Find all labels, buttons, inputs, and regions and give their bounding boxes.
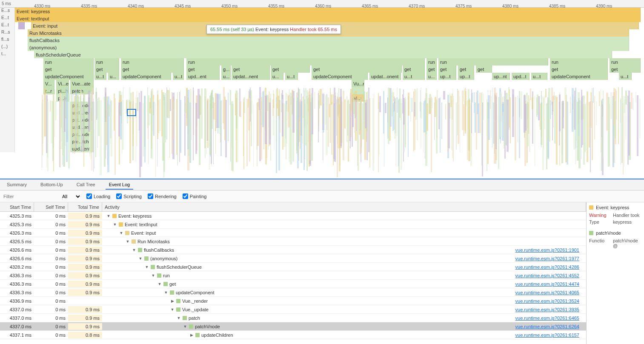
table-row[interactable]: 4336.3 ms0 ms0.9 ms▼updateComponentvue.r…: [0, 288, 586, 297]
disclosure-triangle-icon[interactable]: ▼: [177, 316, 181, 320]
flame-chart[interactable]: 65.55 ms (self 33 µs) Event: keypress Ha…: [0, 8, 644, 179]
source-link[interactable]: vue.runtime.esm.js?0261:3935: [515, 307, 584, 312]
disclosure-triangle-icon[interactable]: ▼: [119, 231, 123, 235]
source-link[interactable]: vue.runtime.esm.js?0261:6264: [515, 324, 584, 329]
tab-summary[interactable]: Summary: [3, 180, 30, 190]
flame-block[interactable]: u...: [426, 73, 437, 80]
flame-block[interactable]: run: [438, 58, 548, 65]
source-link[interactable]: vue.runtime.esm.js?0261:1977: [515, 256, 584, 261]
table-row[interactable]: 4336.3 ms0 ms0.9 ms▼runvue.runtime.esm.j…: [0, 271, 586, 280]
flame-block[interactable]: [18, 22, 25, 29]
flame-block[interactable]: Vue...ate: [70, 80, 94, 87]
disclosure-triangle-icon[interactable]: ▼: [164, 290, 168, 295]
flame-block[interactable]: u...t: [403, 73, 425, 80]
filter-category-select[interactable]: All: [59, 193, 81, 200]
table-row[interactable]: 4325.3 ms0 ms0.9 ms▼Event: textInput: [0, 220, 586, 229]
source-link[interactable]: vue.runtime.esm.js?0261:4474: [515, 281, 584, 287]
flame-block[interactable]: upd...t: [512, 73, 530, 80]
th-total-time[interactable]: Total Time: [68, 202, 102, 211]
table-row[interactable]: 4337.0 ms0 ms0.9 ms▼patchVnodevue.runtim…: [0, 322, 586, 331]
flame-block[interactable]: u...t: [94, 73, 106, 80]
disclosure-triangle-icon[interactable]: ▼: [151, 273, 155, 278]
flame-block[interactable]: get: [94, 65, 119, 73]
flame-block[interactable]: run: [43, 58, 94, 65]
flame-block[interactable]: run: [94, 58, 119, 65]
table-row[interactable]: 4326.6 ms0 ms0.9 ms▼(anonymous)vue.runti…: [0, 254, 586, 263]
flame-block[interactable]: get: [550, 65, 608, 73]
disclosure-triangle-icon[interactable]: ▶: [170, 299, 175, 303]
flame-block[interactable]: get: [186, 65, 220, 73]
table-row[interactable]: 4336.3 ms0 ms0.9 ms▼getvue.runtime.esm.j…: [0, 280, 586, 288]
tab-event-log[interactable]: Event Log: [106, 180, 134, 190]
flame-block[interactable]: run: [426, 58, 437, 65]
disclosure-triangle-icon[interactable]: ▼: [138, 256, 143, 261]
disclosure-triangle-icon[interactable]: ▼: [170, 307, 175, 312]
timeline-ruler[interactable]: 5 ms 4330 ms4335 ms4340 ms4345 ms4350 ms…: [0, 0, 644, 8]
flame-block[interactable]: up...t: [458, 73, 474, 80]
source-link[interactable]: vue.runtime.esm.js?0261:4065: [515, 290, 584, 295]
flame-block[interactable]: upd...ent: [186, 73, 220, 80]
flame-block[interactable]: get: [438, 65, 456, 73]
flame-block[interactable]: get: [426, 65, 437, 73]
table-row[interactable]: 4326.3 ms0 ms0.9 ms▼Event: input: [0, 229, 586, 237]
table-row[interactable]: 4337.0 ms0 ms0.9 ms▼Vue._updatevue.runti…: [0, 305, 586, 314]
table-row[interactable]: 4326.6 ms0 ms0.9 ms▼flushCallbacksvue.ru…: [0, 246, 586, 254]
flame-block[interactable]: up...t: [438, 73, 456, 80]
filter-checkbox-loading[interactable]: Loading: [86, 193, 110, 199]
source-link[interactable]: vue.runtime.esm.js?0261:6465: [515, 316, 584, 321]
disclosure-triangle-icon[interactable]: ▼: [157, 282, 162, 286]
flame-block[interactable]: u...: [271, 73, 283, 80]
flame-block[interactable]: get: [121, 65, 184, 73]
flame-block[interactable]: u...: [108, 73, 119, 80]
flame-block[interactable]: up...nt: [492, 73, 510, 80]
table-row[interactable]: 4336.9 ms0 ms▶Vue._rendervue.runtime.esm…: [0, 297, 586, 305]
flame-block[interactable]: get: [476, 65, 492, 73]
flame-block[interactable]: get: [458, 65, 474, 73]
th-self-time[interactable]: Self Time: [34, 202, 68, 211]
source-link[interactable]: vue.runtime.esm.js?0261:3524: [515, 299, 584, 304]
flame-block[interactable]: run: [186, 58, 425, 65]
flame-block[interactable]: Vi...e: [56, 80, 69, 87]
flame-block[interactable]: get: [43, 65, 94, 73]
table-row[interactable]: 4326.5 ms0 ms0.9 ms▼Run Microtasks: [0, 237, 586, 246]
flame-block[interactable]: V...: [43, 80, 54, 87]
event-log-table[interactable]: Start Time Self Time Total Time Activity…: [0, 202, 587, 344]
source-link[interactable]: vue.runtime.esm.js?0261:4552: [515, 273, 584, 278]
flame-block[interactable]: Event: keypress: [15, 8, 641, 15]
disclosure-triangle-icon[interactable]: ▼: [113, 222, 117, 227]
flame-block[interactable]: run: [550, 58, 608, 65]
flame-block[interactable]: run: [121, 58, 184, 65]
filter-input[interactable]: [3, 193, 54, 200]
flame-block[interactable]: get: [271, 65, 310, 73]
table-row[interactable]: 4328.2 ms0 ms0.9 ms▼flushSchedulerQueuev…: [0, 263, 586, 271]
th-start-time[interactable]: Start Time: [0, 202, 34, 211]
flame-block[interactable]: updateComponent: [550, 73, 608, 80]
flame-block[interactable]: updateComponent: [312, 73, 368, 80]
disclosure-triangle-icon[interactable]: ▼: [126, 239, 130, 244]
th-activity[interactable]: Activity: [102, 202, 586, 211]
disclosure-triangle-icon[interactable]: ▼: [183, 324, 187, 329]
source-link[interactable]: vue.runtime.esm.js?0261:6157: [515, 333, 584, 338]
flame-block[interactable]: Vu...r: [352, 80, 364, 87]
flame-block[interactable]: updateComponent: [121, 73, 171, 80]
flame-block[interactable]: get: [610, 65, 641, 73]
flame-block[interactable]: (anonymous): [28, 44, 629, 51]
flame-block[interactable]: u...t: [285, 73, 298, 80]
flame-block[interactable]: run: [610, 58, 641, 65]
tab-call-tree[interactable]: Call Tree: [73, 180, 99, 190]
flame-block[interactable]: g...: [221, 65, 231, 73]
flame-block[interactable]: u...t: [619, 73, 632, 80]
flame-block[interactable]: updat...nent: [232, 73, 270, 80]
disclosure-triangle-icon[interactable]: ▶: [189, 333, 194, 337]
flame-block[interactable]: get: [403, 65, 425, 73]
flame-block[interactable]: flushSchedulerQueue: [34, 51, 612, 58]
flame-block[interactable]: u...t: [531, 73, 547, 80]
source-link[interactable]: vue.runtime.esm.js?0261:4286: [515, 264, 584, 270]
source-link[interactable]: vue.runtime.esm.js?0261:1901: [515, 247, 584, 253]
flame-block[interactable]: get: [232, 65, 270, 73]
flame-block[interactable]: u...: [221, 73, 231, 80]
filter-checkbox-rendering[interactable]: Rendering: [148, 193, 177, 199]
filter-checkbox-painting[interactable]: Painting: [183, 193, 207, 199]
table-row[interactable]: 4337.1 ms0 ms0.8 ms▶updateChildrenvue.ru…: [0, 331, 586, 339]
disclosure-triangle-icon[interactable]: ▼: [106, 214, 111, 218]
